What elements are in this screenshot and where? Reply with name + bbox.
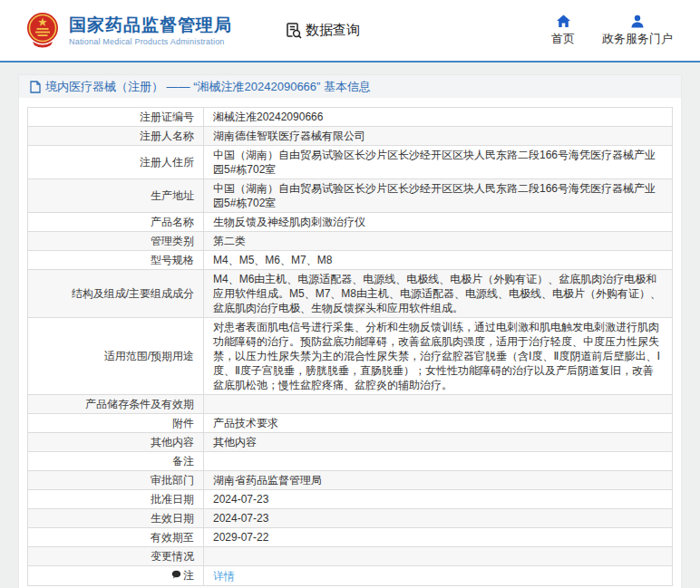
site-title: 国家药品监督管理局	[69, 15, 232, 35]
registration-table-body: 注册证编号湘械注准20242090666注册人名称湖南德佳智联医疗器械有限公司注…	[28, 108, 673, 586]
document-search-icon	[285, 22, 303, 40]
row-value: 详情	[204, 566, 673, 586]
row-value: 湖南德佳智联医疗器械有限公司	[204, 127, 673, 146]
row-value: 2029-07-22	[204, 528, 673, 547]
table-row: 变更情况	[28, 547, 673, 566]
site-subtitle: National Medical Products Administration	[69, 37, 232, 46]
table-row: 批准日期2024-07-23	[28, 490, 673, 509]
row-value	[204, 395, 673, 414]
row-label: 适用范围/预期用途	[28, 318, 204, 395]
site-logo: 国家药品监督管理局 National Medical Products Admi…	[69, 15, 232, 46]
row-value: 生物反馈及神经肌肉刺激治疗仪	[204, 213, 673, 232]
row-label: 产品名称	[28, 213, 204, 232]
nav-portal-label: 政务服务门户	[602, 31, 673, 47]
row-label: 结构及组成/主要组成成分	[28, 270, 204, 318]
user-icon	[630, 14, 645, 28]
nav-item-portal[interactable]: 政务服务门户	[602, 14, 673, 47]
row-value: 2024-07-23	[204, 490, 673, 509]
row-label: 变更情况	[28, 547, 204, 566]
table-row: 备注	[28, 452, 673, 471]
comment-icon	[171, 569, 181, 583]
row-label: 有效期至	[28, 528, 204, 547]
table-row: 管理类别第二类	[28, 232, 673, 251]
row-value: 中国（湖南）自由贸易试验区长沙片区长沙经开区区块人民东路二段166号海凭医疗器械…	[204, 179, 673, 213]
table-row: 注册人住所中国（湖南）自由贸易试验区长沙片区长沙经开区区块人民东路二段166号海…	[28, 146, 673, 179]
table-row: 注册证编号湘械注准20242090666	[28, 108, 673, 127]
registration-info-table: 注册证编号湘械注准20242090666注册人名称湖南德佳智联医疗器械有限公司注…	[27, 107, 673, 586]
row-label: 注册人住所	[28, 146, 204, 179]
row-value: 第二类	[204, 232, 673, 251]
row-label: 注册人名称	[28, 127, 204, 146]
table-row: 适用范围/预期用途对患者表面肌电信号进行采集、分析和生物反馈训练，通过电刺激和肌…	[28, 318, 673, 395]
row-label: 注册证编号	[28, 108, 204, 127]
row-label: 审批部门	[28, 471, 204, 490]
table-row: 其他内容其他内容	[28, 433, 673, 452]
table-row: 注详情	[28, 566, 673, 586]
home-icon	[556, 14, 571, 28]
row-value: M4、M5、M6、M7、M8	[204, 251, 673, 270]
nav-home-label: 首页	[551, 31, 575, 47]
row-value: 2024-07-23	[204, 509, 673, 528]
table-row: 审批部门湖南省药品监督管理局	[28, 471, 673, 490]
data-query-label: 数据查询	[306, 22, 360, 39]
table-row: 结构及组成/主要组成成分M4、M6由主机、电源适配器、电源线、电极线、电极片（外…	[28, 270, 673, 318]
row-label: 附件	[28, 414, 204, 433]
row-value	[204, 547, 673, 566]
nav-item-home[interactable]: 首页	[551, 14, 575, 47]
detail-panel: 境内医疗器械（注册） —— “湘械注准20242090666” 基本信息 注册证…	[18, 74, 682, 588]
row-value: 湖南省药品监督管理局	[204, 471, 673, 490]
site-header: 国家药品监督管理局 National Medical Products Admi…	[0, 0, 700, 63]
row-value: 中国（湖南）自由贸易试验区长沙片区长沙经开区区块人民东路二段166号海凭医疗器械…	[204, 146, 673, 179]
row-value: 产品技术要求	[204, 414, 673, 433]
breadcrumb: 境内医疗器械（注册） —— “湘械注准20242090666” 基本信息	[19, 75, 681, 98]
table-row: 生产地址中国（湖南）自由贸易试验区长沙片区长沙经开区区块人民东路二段166号海凭…	[28, 179, 673, 213]
data-query-tab[interactable]: 数据查询	[285, 22, 360, 40]
row-label: 生产地址	[28, 179, 204, 213]
row-value: 对患者表面肌电信号进行采集、分析和生物反馈训练，通过电刺激和肌电触发电刺激进行肌…	[204, 318, 673, 395]
table-row: 产品名称生物反馈及神经肌肉刺激治疗仪	[28, 213, 673, 232]
national-emblem-icon	[25, 12, 60, 50]
header-nav: 首页 政务服务门户	[551, 14, 673, 47]
row-label: 生效日期	[28, 509, 204, 528]
table-row: 产品储存条件及有效期	[28, 395, 673, 414]
table-row: 附件产品技术要求	[28, 414, 673, 433]
table-row: 注册人名称湖南德佳智联医疗器械有限公司	[28, 127, 673, 146]
table-row: 型号规格M4、M5、M6、M7、M8	[28, 251, 673, 270]
document-icon	[30, 81, 41, 93]
table-row: 生效日期2024-07-23	[28, 509, 673, 528]
table-row: 有效期至2029-07-22	[28, 528, 673, 547]
page-title: 境内医疗器械（注册） —— “湘械注准20242090666” 基本信息	[45, 79, 371, 95]
row-label: 注	[28, 566, 204, 586]
row-value: 湘械注准20242090666	[204, 108, 673, 127]
row-label: 备注	[28, 452, 204, 471]
main-content: 境内医疗器械（注册） —— “湘械注准20242090666” 基本信息 注册证…	[0, 63, 700, 588]
detail-link[interactable]: 详情	[213, 570, 235, 583]
row-label: 批准日期	[28, 490, 204, 509]
row-label: 产品储存条件及有效期	[28, 395, 204, 414]
row-label: 型号规格	[28, 251, 204, 270]
row-value: 其他内容	[204, 433, 673, 452]
row-value: M4、M6由主机、电源适配器、电源线、电极线、电极片（外购有证）、盆底肌肉治疗电…	[204, 270, 673, 318]
row-label: 其他内容	[28, 433, 204, 452]
row-label: 管理类别	[28, 232, 204, 251]
row-value	[204, 452, 673, 471]
